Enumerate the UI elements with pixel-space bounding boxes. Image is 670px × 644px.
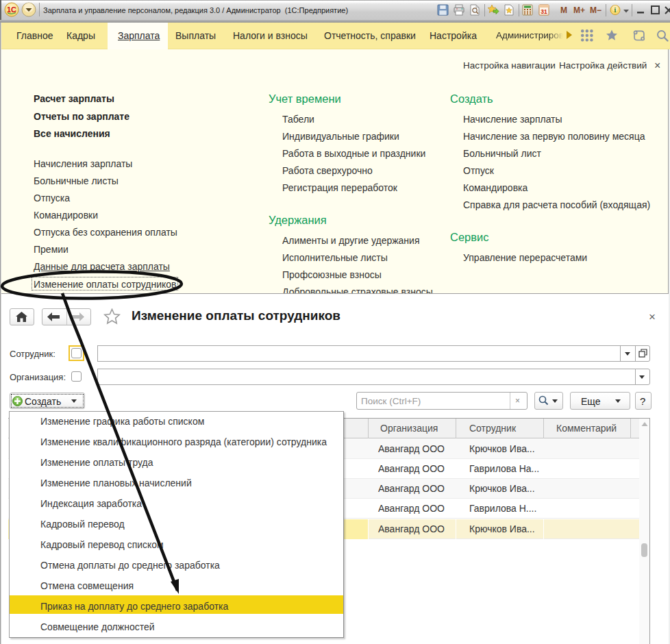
svg-text:1C: 1C bbox=[7, 5, 16, 14]
svg-text:M−: M− bbox=[590, 5, 601, 15]
svg-text:31: 31 bbox=[541, 8, 547, 15]
svg-text:M+: M+ bbox=[573, 5, 585, 15]
svg-text:i: i bbox=[615, 6, 617, 14]
svg-text:M: M bbox=[560, 5, 567, 15]
